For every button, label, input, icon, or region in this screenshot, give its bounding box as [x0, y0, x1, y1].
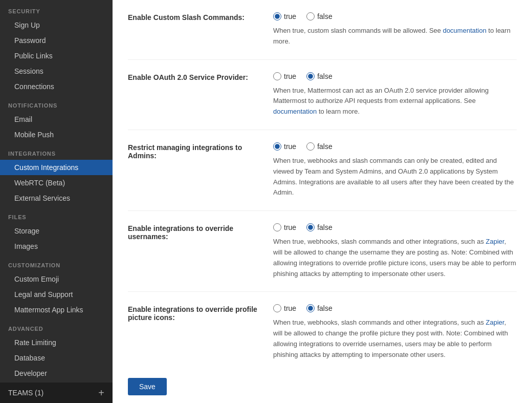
save-button[interactable]: Save — [128, 378, 167, 395]
add-team-icon[interactable]: + — [98, 388, 104, 398]
radio-false-text-restrict-managing-integrations: false — [317, 142, 332, 151]
sidebar-item-storage[interactable]: Storage — [0, 223, 113, 239]
radio-true-restrict-managing-integrations[interactable] — [273, 142, 281, 151]
sidebar-item-developer[interactable]: Developer — [0, 366, 113, 381]
settings-container: Enable Custom Slash Commands:truefalseWh… — [128, 0, 517, 373]
settings-section-restrict-managing-integrations: Restrict managing integrations to Admins… — [128, 130, 517, 211]
radio-false-text-enable-custom-slash-commands: false — [317, 12, 332, 20]
help-text-enable-integrations-override-usernames: When true, webhooks, slash commands and … — [273, 237, 517, 279]
radio-group-enable-oauth-2: truefalse — [273, 72, 517, 80]
sidebar-item-images[interactable]: Images — [0, 239, 113, 254]
radio-true-enable-custom-slash-commands[interactable] — [273, 12, 281, 20]
radio-group-enable-integrations-override-usernames: truefalse — [273, 223, 517, 231]
sidebar-item-email[interactable]: Email — [0, 112, 113, 127]
radio-true-text-enable-oauth-2: true — [284, 72, 296, 80]
sidebar-item-rate-limiting[interactable]: Rate Limiting — [0, 335, 113, 350]
setting-label-enable-custom-slash-commands: Enable Custom Slash Commands: — [128, 12, 261, 47]
help-text-enable-integrations-override-profile-picture: When true, webhooks, slash commands and … — [273, 317, 517, 360]
radio-true-text-restrict-managing-integrations: true — [284, 142, 296, 151]
sidebar: SECURITYSign UpPasswordPublic LinksSessi… — [0, 0, 113, 403]
teams-label: TEAMS (1) — [8, 389, 43, 397]
radio-true-enable-oauth-2[interactable] — [273, 72, 281, 80]
settings-section-enable-integrations-override-profile-picture: Enable integrations to override profile … — [128, 292, 517, 372]
help-text-restrict-managing-integrations: When true, webhooks and slash commands c… — [273, 156, 517, 198]
radio-true-text-enable-integrations-override-profile-picture: true — [284, 304, 296, 312]
sidebar-item-custom-integrations[interactable]: Custom Integrations — [0, 160, 113, 175]
radio-true-label-enable-integrations-override-usernames[interactable]: true — [273, 223, 296, 231]
radio-false-label-enable-integrations-override-profile-picture[interactable]: false — [306, 304, 332, 312]
radio-true-label-restrict-managing-integrations[interactable]: true — [273, 142, 296, 151]
radio-false-label-restrict-managing-integrations[interactable]: false — [306, 142, 332, 151]
radio-false-text-enable-oauth-2: false — [317, 72, 332, 80]
sidebar-item-connections[interactable]: Connections — [0, 79, 113, 94]
radio-false-enable-custom-slash-commands[interactable] — [306, 12, 315, 20]
radio-false-label-enable-oauth-2[interactable]: false — [306, 72, 332, 80]
radio-true-label-enable-custom-slash-commands[interactable]: true — [273, 12, 296, 20]
sidebar-item-sign-up[interactable]: Sign Up — [0, 17, 113, 33]
settings-section-enable-oauth-2: Enable OAuth 2.0 Service Provider:truefa… — [128, 60, 517, 130]
sidebar-section-header: ADVANCED — [0, 317, 113, 335]
radio-true-enable-integrations-override-usernames[interactable] — [273, 223, 281, 231]
radio-false-label-enable-custom-slash-commands[interactable]: false — [306, 12, 332, 20]
sidebar-section-header: CUSTOMIZATION — [0, 254, 113, 271]
sidebar-item-password[interactable]: Password — [0, 33, 113, 48]
setting-control-enable-custom-slash-commands: truefalseWhen true, custom slash command… — [273, 12, 517, 47]
main-content: Enable Custom Slash Commands:truefalseWh… — [113, 0, 532, 403]
help-text-enable-oauth-2: When true, Mattermost can act as an OAut… — [273, 86, 517, 117]
radio-false-text-enable-integrations-override-usernames: false — [317, 223, 332, 231]
setting-control-enable-oauth-2: truefalseWhen true, Mattermost can act a… — [273, 72, 517, 117]
setting-control-enable-integrations-override-profile-picture: truefalseWhen true, webhooks, slash comm… — [273, 304, 517, 360]
help-text-enable-custom-slash-commands: When true, custom slash commands will be… — [273, 26, 517, 47]
teams-bar[interactable]: TEAMS (1)+ — [0, 383, 113, 403]
sidebar-item-public-links[interactable]: Public Links — [0, 48, 113, 63]
sidebar-item-external-services[interactable]: External Services — [0, 190, 113, 206]
radio-group-enable-custom-slash-commands: truefalse — [273, 12, 517, 20]
settings-section-enable-custom-slash-commands: Enable Custom Slash Commands:truefalseWh… — [128, 0, 517, 60]
setting-label-enable-integrations-override-usernames: Enable integrations to override username… — [128, 223, 261, 279]
radio-true-text-enable-custom-slash-commands: true — [284, 12, 296, 20]
sidebar-section-header: SECURITY — [0, 0, 113, 17]
radio-group-enable-integrations-override-profile-picture: truefalse — [273, 304, 517, 312]
radio-true-label-enable-oauth-2[interactable]: true — [273, 72, 296, 80]
radio-false-enable-oauth-2[interactable] — [306, 72, 315, 80]
radio-false-restrict-managing-integrations[interactable] — [306, 142, 315, 151]
radio-false-enable-integrations-override-usernames[interactable] — [306, 223, 315, 231]
radio-group-restrict-managing-integrations: truefalse — [273, 142, 517, 151]
setting-label-enable-integrations-override-profile-picture: Enable integrations to override profile … — [128, 304, 261, 360]
setting-label-enable-oauth-2: Enable OAuth 2.0 Service Provider: — [128, 72, 261, 117]
sidebar-item-database[interactable]: Database — [0, 350, 113, 366]
settings-section-enable-integrations-override-usernames: Enable integrations to override username… — [128, 211, 517, 292]
setting-control-enable-integrations-override-usernames: truefalseWhen true, webhooks, slash comm… — [273, 223, 517, 279]
setting-control-restrict-managing-integrations: truefalseWhen true, webhooks and slash c… — [273, 142, 517, 198]
sidebar-item-custom-emoji[interactable]: Custom Emoji — [0, 271, 113, 287]
sidebar-section-header: FILES — [0, 206, 113, 223]
radio-false-label-enable-integrations-override-usernames[interactable]: false — [306, 223, 332, 231]
sidebar-section-header: NOTIFICATIONS — [0, 94, 113, 112]
radio-true-label-enable-integrations-override-profile-picture[interactable]: true — [273, 304, 296, 312]
sidebar-item-mobile-push[interactable]: Mobile Push — [0, 127, 113, 142]
sidebar-item-sessions[interactable]: Sessions — [0, 63, 113, 79]
radio-true-enable-integrations-override-profile-picture[interactable] — [273, 304, 281, 312]
sidebar-item-legal-and-support[interactable]: Legal and Support — [0, 287, 113, 302]
sidebar-item-webrtc[interactable]: WebRTC (Beta) — [0, 175, 113, 190]
radio-true-text-enable-integrations-override-usernames: true — [284, 223, 296, 231]
radio-false-enable-integrations-override-profile-picture[interactable] — [306, 304, 315, 312]
radio-false-text-enable-integrations-override-profile-picture: false — [317, 304, 332, 312]
sidebar-section-header: INTEGRATIONS — [0, 142, 113, 160]
sidebar-item-mattermost-app-links[interactable]: Mattermost App Links — [0, 302, 113, 317]
setting-label-restrict-managing-integrations: Restrict managing integrations to Admins… — [128, 142, 261, 198]
